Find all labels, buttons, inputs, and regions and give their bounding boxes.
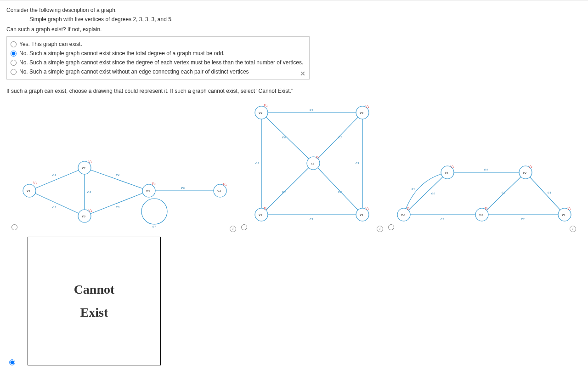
svg-text:v₃: v₃ [479,212,483,217]
svg-text:e₆: e₆ [181,185,185,190]
svg-text:e₆: e₆ [310,107,313,112]
svg-text:e₁: e₁ [548,190,551,194]
cannot-exist-box[interactable]: Cannot Exist [28,237,161,365]
svg-text:V₄: V₄ [223,183,227,187]
question-prompt: Consider the following description of a … [6,7,582,13]
svg-text:e₇: e₇ [338,135,342,139]
svg-text:V₅: V₅ [152,182,156,186]
svg-text:e₅: e₅ [116,205,119,209]
svg-text:v₂: v₂ [82,165,85,170]
drawing-prompt: If such a graph can exist, choose a draw… [6,88,582,94]
mc-label-2: No. Such a simple graph cannot exist sin… [19,50,225,57]
graph-2-svg: v₁ v₂ v₃ v₄ v₅ V₁ V₂ V₃ V₄ V₅ e₁ e₂ e₃ e… [236,99,383,232]
svg-text:e₂: e₂ [52,205,56,209]
svg-text:e₁: e₁ [310,216,313,221]
svg-text:v₅: v₅ [445,170,448,175]
svg-text:V₂: V₂ [264,207,268,211]
svg-text:e₃: e₃ [356,160,359,165]
svg-text:V₁: V₁ [33,181,37,185]
svg-text:e₃: e₃ [502,190,505,194]
svg-text:e₄: e₄ [116,172,119,177]
svg-text:v₁: v₁ [360,212,363,217]
mc-radio-2[interactable] [11,51,17,57]
svg-text:v₁: v₁ [562,212,565,217]
svg-text:v₁: v₁ [27,188,30,193]
graph-choice-2[interactable]: v₁ v₂ v₃ v₄ v₅ V₁ V₂ V₃ V₄ V₅ e₁ e₂ e₃ e… [236,99,383,232]
mc-radio-1[interactable] [11,41,17,47]
cannot-exist-line1: Cannot [74,278,115,301]
mc-option-1[interactable]: Yes. This graph can exist. [11,40,305,49]
multiple-choice-box: Yes. This graph can exist. No. Such a si… [6,36,310,80]
svg-line-4 [85,191,149,216]
svg-text:v₅: v₅ [146,188,150,193]
graph-radio-3[interactable] [388,224,394,230]
svg-text:v₄: v₄ [259,110,262,115]
svg-text:e₂: e₂ [338,189,342,194]
svg-line-3 [85,168,149,191]
graph-info-icon-3[interactable]: i [570,226,576,232]
svg-text:v₅: v₅ [311,161,314,165]
svg-text:e₈: e₈ [282,135,286,139]
svg-text:e₃: e₃ [87,189,91,194]
svg-text:v₄: v₄ [401,212,405,217]
mc-clear-icon[interactable]: ✕ [300,70,305,77]
mc-option-3[interactable]: No. Such a simple graph cannot exist sin… [11,58,305,67]
graph-choice-1[interactable]: v₁ v₂ v₃ v₄ v₅ V₁ V₂ V₃ V₄ V₅ e₁ e₂ e₃ e… [6,99,236,232]
svg-text:e₇: e₇ [153,224,157,228]
svg-text:e₄: e₄ [282,189,286,194]
graph-radio-1[interactable] [11,224,17,230]
svg-text:e₅: e₅ [441,216,444,221]
mc-option-4[interactable]: No. Such a simple graph cannot exist wit… [11,67,305,76]
svg-point-6 [141,199,167,224]
svg-line-33 [261,163,313,215]
graph-radio-cannot-exist[interactable] [9,359,15,365]
graph-choice-3[interactable]: v₁ v₂ v₃ v₄ v₅ V₁ V₂ V₃ V₄ V₅ e₁ e₂ e₃ e… [383,99,576,232]
mc-radio-3[interactable] [11,60,17,66]
svg-text:v₂: v₂ [259,212,262,217]
mc-label-1: Yes. This graph can exist. [19,41,82,47]
svg-text:V₃: V₃ [365,105,369,109]
svg-text:V₅: V₅ [450,165,454,169]
mc-radio-4[interactable] [11,69,17,75]
svg-line-1 [29,191,85,216]
svg-text:v₃: v₃ [360,110,363,115]
svg-line-65 [404,172,447,215]
svg-text:e₂: e₂ [521,216,525,221]
svg-text:v₂: v₂ [523,170,526,175]
svg-text:V₄: V₄ [264,104,268,108]
graph-1-svg: v₁ v₂ v₃ v₄ v₅ V₁ V₂ V₃ V₄ V₅ e₁ e₂ e₃ e… [6,99,236,232]
cannot-exist-line2: Exist [80,301,108,324]
svg-text:V₄: V₄ [407,207,411,211]
svg-text:v₄: v₄ [217,188,221,193]
svg-text:V₅: V₅ [316,155,320,159]
svg-text:V₃: V₃ [485,207,489,211]
svg-text:V₃: V₃ [88,209,92,213]
question-description: Simple graph with five vertices of degre… [29,16,582,23]
mc-option-2[interactable]: No. Such a simple graph cannot exist sin… [11,49,305,58]
graph-choice-row: v₁ v₂ v₃ v₄ v₅ V₁ V₂ V₃ V₄ V₅ e₁ e₂ e₃ e… [6,99,582,232]
svg-text:e₆: e₆ [431,191,435,195]
graph-radio-2[interactable] [241,224,247,230]
svg-text:e₇: e₇ [412,186,416,191]
svg-text:e₄: e₄ [484,167,488,171]
svg-text:V₁: V₁ [365,207,369,211]
graph-info-icon-1[interactable]: i [230,226,236,232]
mc-label-4: No. Such a simple graph cannot exist wit… [19,68,249,75]
svg-line-62 [526,172,565,215]
svg-text:V₂: V₂ [88,160,92,164]
svg-text:e₁: e₁ [52,172,56,177]
svg-line-0 [29,168,85,191]
graph-3-svg: v₁ v₂ v₃ v₄ v₅ V₁ V₂ V₃ V₄ V₅ e₁ e₂ e₃ e… [383,99,576,232]
svg-line-35 [261,113,313,163]
svg-text:e₅: e₅ [255,160,259,165]
graph-info-icon-2[interactable]: i [377,226,383,232]
mc-label-3: No. Such a simple graph cannot exist sin… [19,59,303,66]
svg-text:v₃: v₃ [82,214,85,218]
svg-text:V₂: V₂ [528,165,532,169]
question-subprompt: Can such a graph exist? If not, explain. [6,26,582,33]
svg-text:V₁: V₁ [567,207,571,211]
